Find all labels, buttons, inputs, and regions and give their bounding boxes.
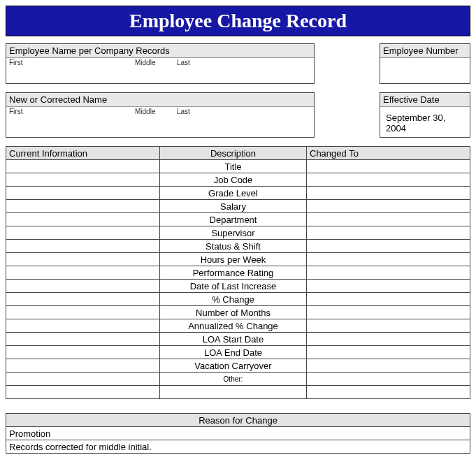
cell-changed[interactable] [307,346,470,359]
cell-current[interactable] [6,386,160,399]
title-banner: Employee Change Record [6,6,470,36]
table-header-row: Current Information Description Changed … [6,147,470,160]
table-row: Supervisor [6,226,470,240]
cell-current[interactable] [6,200,160,213]
employee-name-box: Employee Name per Company Records First … [6,43,315,84]
cell-current[interactable] [6,253,160,266]
cell-current[interactable] [6,319,160,333]
cell-desc: % Change [160,293,307,306]
cell-current[interactable] [6,226,160,240]
cell-desc: Number of Months [160,306,307,319]
cell-changed[interactable] [307,333,470,346]
cell-changed[interactable] [307,280,470,293]
effective-date-value[interactable]: September 30, 2004 [380,107,470,137]
table-row-other: Other: [6,373,470,386]
table-row: Vacation Carryover [6,359,470,373]
cell-desc: Job Code [160,173,307,187]
table-row: Salary [6,200,470,213]
table-row: Grade Level [6,187,470,200]
cell-desc: Grade Level [160,187,307,200]
cell-current[interactable] [6,160,160,173]
cell-other-label: Other: [160,373,307,386]
cell-current[interactable] [6,173,160,187]
table-row: Date of Last Increase [6,280,470,293]
table-row: LOA End Date [6,346,470,359]
cell-changed[interactable] [307,266,470,280]
cell-current[interactable] [6,373,160,386]
reason-row[interactable]: Promotion [6,427,470,440]
cell-changed[interactable] [307,187,470,200]
cell-current[interactable] [6,187,160,200]
cell-changed[interactable] [307,359,470,373]
new-name-box: New or Corrected Name First Middle Last [6,92,315,138]
effective-date-box: Effective Date September 30, 2004 [380,92,470,138]
cell-desc: Annualized % Change [160,319,307,333]
cell-current[interactable] [6,266,160,280]
col-current-info: Current Information [6,147,160,160]
first-label: First [9,59,135,66]
new-name-label: New or Corrected Name [6,93,314,107]
table-row: Hours per Week [6,253,470,266]
cell-current[interactable] [6,333,160,346]
page-title: Employee Change Record [129,10,347,32]
table-row: Job Code [6,173,470,187]
cell-current[interactable] [6,280,160,293]
table-row: Department [6,213,470,226]
cell-changed[interactable] [307,386,470,399]
last-label: Last [177,59,190,66]
table-row: Status & Shift [6,240,470,253]
cell-desc: Status & Shift [160,240,307,253]
cell-changed[interactable] [307,226,470,240]
cell-changed[interactable] [307,160,470,173]
table-row: Performance Rating [6,266,470,280]
table-row: Number of Months [6,306,470,319]
change-table: Current Information Description Changed … [6,146,470,399]
col-changed-to: Changed To [307,147,470,160]
cell-changed[interactable] [307,253,470,266]
info-row-2: New or Corrected Name First Middle Last … [6,92,470,138]
cell-current[interactable] [6,359,160,373]
cell-changed[interactable] [307,373,470,386]
employee-number-body[interactable] [380,58,470,83]
table-row: % Change [6,293,470,306]
cell-current[interactable] [6,293,160,306]
cell-desc[interactable] [160,386,307,399]
reason-row[interactable]: Records corrected for middle initial. [6,440,470,454]
cell-changed[interactable] [307,200,470,213]
employee-name-body[interactable]: First Middle Last [6,58,314,83]
new-name-body[interactable]: First Middle Last [6,107,314,132]
cell-desc: Title [160,160,307,173]
cell-current[interactable] [6,306,160,319]
table-row: Title [6,160,470,173]
cell-changed[interactable] [307,293,470,306]
cell-desc: Hours per Week [160,253,307,266]
reason-header: Reason for Change [6,414,470,427]
table-row: Annualized % Change [6,319,470,333]
middle-label: Middle [135,59,177,66]
employee-name-label: Employee Name per Company Records [6,44,314,58]
info-row-1: Employee Name per Company Records First … [6,43,470,84]
cell-desc: LOA End Date [160,346,307,359]
employee-number-label: Employee Number [380,44,470,58]
first-label-2: First [9,108,135,115]
cell-changed[interactable] [307,319,470,333]
col-description: Description [160,147,307,160]
table-row-blank [6,386,470,399]
cell-desc: Vacation Carryover [160,359,307,373]
effective-date-label: Effective Date [380,93,470,107]
middle-label-2: Middle [135,108,177,115]
cell-changed[interactable] [307,173,470,187]
cell-changed[interactable] [307,306,470,319]
reason-table: Reason for Change Promotion Records corr… [6,413,470,454]
cell-desc: Supervisor [160,226,307,240]
cell-desc: LOA Start Date [160,333,307,346]
last-label-2: Last [177,108,190,115]
cell-current[interactable] [6,240,160,253]
cell-desc: Salary [160,200,307,213]
cell-changed[interactable] [307,213,470,226]
cell-desc: Department [160,213,307,226]
employee-number-box: Employee Number [380,43,470,84]
cell-changed[interactable] [307,240,470,253]
cell-current[interactable] [6,213,160,226]
cell-current[interactable] [6,346,160,359]
